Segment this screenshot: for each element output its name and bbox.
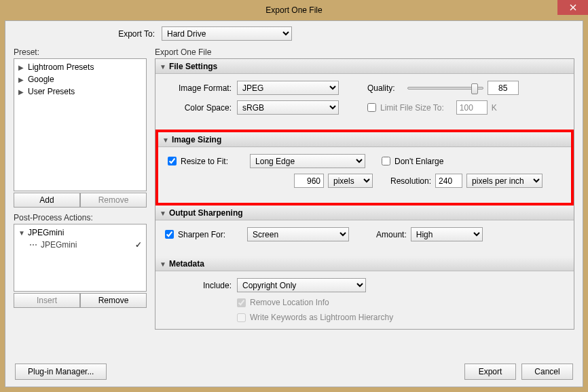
dont-enlarge-label: Don't Enlarge [394,157,443,166]
sharpen-for-select[interactable]: Screen [247,227,349,241]
preset-label: Preset: [14,47,147,58]
titlebar: Export One File [0,0,588,20]
main-panel-label: Export One File [155,47,574,58]
export-button[interactable]: Export [464,364,516,380]
dont-enlarge-checkbox[interactable] [382,157,390,165]
dotted-icon: ⋯ [29,240,38,250]
image-sizing-highlight: ▼Image Sizing Resize to Fit: Long Edge D… [155,130,574,205]
limit-filesize-input[interactable] [456,100,488,115]
add-preset-button[interactable]: Add [14,193,80,208]
quality-input[interactable] [488,81,519,95]
write-keywords-checkbox[interactable] [237,313,246,322]
preset-item[interactable]: ▶User Presets [17,85,143,98]
triangle-right-icon: ▶ [18,88,25,96]
insert-post-button[interactable]: Insert [14,293,80,308]
metadata-header[interactable]: ▼Metadata [155,256,574,271]
resize-mode-select[interactable]: Long Edge [250,154,365,168]
triangle-down-icon: ▼ [162,136,169,144]
remove-location-checkbox[interactable] [237,298,246,307]
color-space-label: Color Space: [165,103,233,113]
metadata-include-select[interactable]: Copyright Only [237,278,366,292]
quality-slider[interactable] [407,87,483,90]
close-icon [570,4,576,11]
file-settings-header[interactable]: ▼File Settings [155,59,574,74]
write-keywords-label: Write Keywords as Lightroom Hierarchy [250,313,393,322]
post-process-item[interactable]: ⋯JPEGmini✓ [17,239,143,251]
slider-thumb[interactable] [471,83,478,94]
triangle-right-icon: ▶ [18,64,25,71]
resolution-label: Resolution: [390,176,431,186]
size-input[interactable] [294,174,324,188]
triangle-down-icon: ▼ [160,210,166,217]
export-to-label: Export To: [5,29,158,39]
image-sizing-header[interactable]: ▼Image Sizing [158,132,571,147]
include-label: Include: [165,281,233,290]
remove-post-button[interactable]: Remove [80,293,147,308]
resize-label: Resize to Fit: [181,157,228,166]
sharpen-label: Sharpen For: [178,230,225,239]
resize-checkbox[interactable] [168,157,177,165]
footer: Plug-in Manager... Export Cancel [5,357,583,387]
window-title: Export One File [265,5,322,15]
triangle-right-icon: ▶ [18,76,25,83]
image-format-select[interactable]: JPEG [237,81,339,95]
post-process-listbox[interactable]: ▼JPEGmini ⋯JPEGmini✓ [14,224,147,292]
triangle-down-icon: ▼ [18,229,25,237]
post-process-group[interactable]: ▼JPEGmini [17,227,143,239]
settings-panel[interactable]: ▼File Settings Image Format: JPEG Qualit… [155,58,574,330]
limit-filesize-unit: K [492,103,497,113]
triangle-down-icon: ▼ [160,63,166,71]
cancel-button[interactable]: Cancel [521,364,573,380]
image-format-label: Image Format: [165,83,233,93]
preset-listbox[interactable]: ▶Lightroom Presets ▶Google ▶User Presets [14,58,147,191]
amount-label: Amount: [376,230,407,239]
quality-label: Quality: [367,83,395,93]
preset-item[interactable]: ▶Google [17,73,143,85]
plugin-manager-button[interactable]: Plug-in Manager... [15,364,107,380]
size-unit-select[interactable]: pixels [328,174,373,188]
post-process-label: Post-Process Actions: [14,213,147,222]
resolution-input[interactable] [435,174,462,188]
resolution-unit-select[interactable]: pixels per inch [466,174,543,188]
remove-preset-button[interactable]: Remove [80,193,147,208]
limit-filesize-label: Limit File Size To: [380,103,444,113]
preset-item[interactable]: ▶Lightroom Presets [17,61,143,73]
export-to-select[interactable]: Hard Drive [162,26,292,41]
close-button[interactable] [557,0,588,15]
remove-location-label: Remove Location Info [250,298,329,307]
color-space-select[interactable]: sRGB [237,100,339,115]
limit-filesize-checkbox[interactable] [367,103,376,112]
check-icon: ✓ [135,240,142,250]
output-sharpening-header[interactable]: ▼Output Sharpening [155,205,574,220]
triangle-down-icon: ▼ [160,260,166,268]
sharpen-checkbox[interactable] [165,230,174,239]
sharpen-amount-select[interactable]: High [411,227,483,241]
